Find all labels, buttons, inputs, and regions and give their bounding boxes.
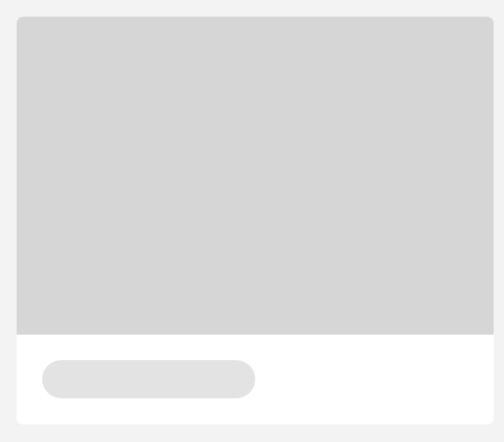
card-body [17, 335, 494, 424]
image-skeleton [17, 17, 494, 335]
skeleton-card [17, 17, 494, 425]
text-skeleton [42, 360, 255, 398]
